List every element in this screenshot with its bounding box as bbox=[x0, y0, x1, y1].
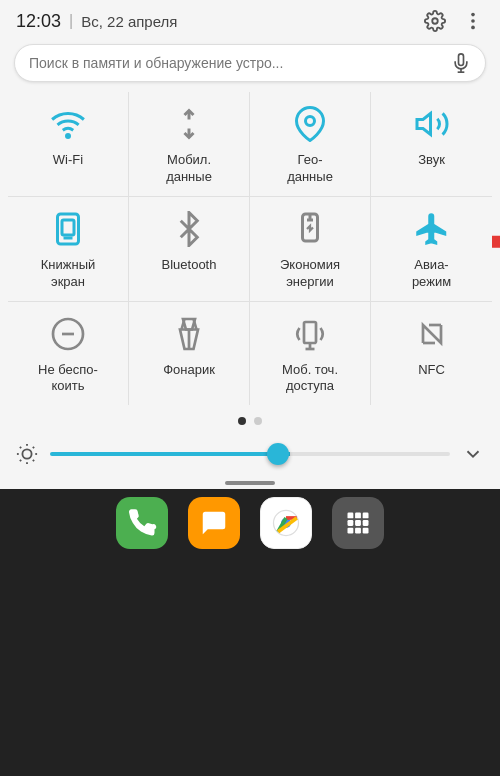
sound-icon bbox=[412, 104, 452, 144]
brightness-icon bbox=[16, 443, 38, 465]
phone-app-icon[interactable] bbox=[116, 497, 168, 549]
brightness-slider[interactable] bbox=[50, 452, 450, 456]
svg-line-34 bbox=[33, 447, 34, 448]
svg-line-33 bbox=[20, 460, 21, 461]
quick-settings: Wi-Fi Мобил.данные bbox=[0, 92, 500, 405]
qs-power-saving[interactable]: Экономияэнергии bbox=[250, 197, 371, 302]
qs-geo[interactable]: Гео-данные bbox=[250, 92, 371, 197]
qs-flashlight-label: Фонарик bbox=[163, 362, 215, 379]
page-dot-2[interactable] bbox=[254, 417, 262, 425]
svg-point-0 bbox=[432, 18, 438, 24]
svg-rect-41 bbox=[355, 520, 361, 526]
notification-panel: 12:03 | Вс, 22 апреля bbox=[0, 0, 500, 776]
qs-book-screen[interactable]: Книжныйэкран bbox=[8, 197, 129, 302]
svg-point-26 bbox=[22, 450, 31, 459]
qs-hotspot[interactable]: Моб. точ.доступа bbox=[250, 302, 371, 406]
svg-marker-10 bbox=[417, 114, 431, 135]
svg-point-1 bbox=[471, 13, 475, 17]
svg-line-29 bbox=[20, 447, 21, 448]
svg-point-3 bbox=[471, 26, 475, 30]
airplane-icon bbox=[412, 209, 452, 249]
bluetooth-icon bbox=[169, 209, 209, 249]
svg-marker-18 bbox=[492, 229, 500, 253]
svg-rect-45 bbox=[363, 528, 369, 534]
qs-sound[interactable]: Звук bbox=[371, 92, 492, 197]
qs-geo-label: Гео-данные bbox=[287, 152, 333, 186]
qs-bluetooth-label: Bluetooth bbox=[162, 257, 217, 274]
qs-row-3: Не беспо-коить Фонарик bbox=[8, 302, 492, 406]
qs-row-2: Книжныйэкран Bluetooth bbox=[8, 197, 492, 302]
svg-rect-42 bbox=[363, 520, 369, 526]
wifi-icon bbox=[48, 104, 88, 144]
svg-line-30 bbox=[33, 460, 34, 461]
chrome-app-icon[interactable] bbox=[260, 497, 312, 549]
bottom-bar bbox=[0, 489, 500, 776]
search-input[interactable] bbox=[29, 55, 451, 71]
qs-flashlight[interactable]: Фонарик bbox=[129, 302, 250, 406]
qs-power-saving-label: Экономияэнергии bbox=[280, 257, 340, 291]
svg-rect-13 bbox=[62, 220, 74, 235]
mobile-data-icon bbox=[169, 104, 209, 144]
qs-book-screen-label: Книжныйэкран bbox=[41, 257, 96, 291]
pagination bbox=[0, 405, 500, 435]
status-time: 12:03 bbox=[16, 11, 61, 32]
svg-rect-44 bbox=[355, 528, 361, 534]
brightness-track bbox=[50, 452, 450, 456]
qs-airplane[interactable]: Авиа-режим bbox=[371, 197, 492, 302]
svg-rect-43 bbox=[348, 528, 354, 534]
qs-hotspot-label: Моб. точ.доступа bbox=[282, 362, 338, 396]
geo-icon bbox=[290, 104, 330, 144]
power-saving-icon bbox=[290, 209, 330, 249]
brightness-thumb[interactable] bbox=[267, 443, 289, 465]
dnd-icon bbox=[48, 314, 88, 354]
svg-rect-40 bbox=[348, 520, 354, 526]
chevron-down-icon[interactable] bbox=[462, 443, 484, 465]
home-indicator bbox=[0, 473, 500, 489]
qs-airplane-label: Авиа-режим bbox=[412, 257, 451, 291]
svg-point-9 bbox=[306, 117, 315, 126]
mic-icon[interactable] bbox=[451, 53, 471, 73]
flashlight-icon bbox=[169, 314, 209, 354]
settings-icon[interactable] bbox=[424, 10, 446, 32]
qs-nfc-label: NFC bbox=[418, 362, 445, 379]
qs-dnd[interactable]: Не беспо-коить bbox=[8, 302, 129, 406]
more-icon[interactable] bbox=[462, 10, 484, 32]
qs-bluetooth[interactable]: Bluetooth bbox=[129, 197, 250, 302]
svg-point-6 bbox=[67, 135, 70, 138]
qs-sound-label: Звук bbox=[418, 152, 445, 169]
search-bar[interactable] bbox=[14, 44, 486, 82]
hotspot-icon bbox=[290, 314, 330, 354]
svg-rect-37 bbox=[348, 513, 354, 519]
qs-wifi-label: Wi-Fi bbox=[53, 152, 83, 169]
svg-rect-23 bbox=[304, 322, 316, 343]
status-divider: | bbox=[69, 12, 73, 30]
home-bar[interactable] bbox=[225, 481, 275, 485]
nfc-icon bbox=[412, 314, 452, 354]
red-arrow bbox=[492, 223, 500, 259]
qs-mobile-data[interactable]: Мобил.данные bbox=[129, 92, 250, 197]
brightness-row bbox=[0, 435, 500, 473]
svg-point-2 bbox=[471, 19, 475, 23]
qs-mobile-data-label: Мобил.данные bbox=[166, 152, 212, 186]
qs-nfc[interactable]: NFC bbox=[371, 302, 492, 406]
status-left: 12:03 | Вс, 22 апреля bbox=[16, 11, 177, 32]
status-icons bbox=[424, 10, 484, 32]
book-screen-icon bbox=[48, 209, 88, 249]
qs-row-1: Wi-Fi Мобил.данные bbox=[8, 92, 492, 197]
status-date: Вс, 22 апреля bbox=[81, 13, 177, 30]
apps-icon[interactable] bbox=[332, 497, 384, 549]
messages-app-icon[interactable] bbox=[188, 497, 240, 549]
qs-wifi[interactable]: Wi-Fi bbox=[8, 92, 129, 197]
page-dot-1[interactable] bbox=[238, 417, 246, 425]
status-bar: 12:03 | Вс, 22 апреля bbox=[0, 0, 500, 38]
qs-dnd-label: Не беспо-коить bbox=[38, 362, 98, 396]
svg-rect-39 bbox=[363, 513, 369, 519]
svg-rect-38 bbox=[355, 513, 361, 519]
